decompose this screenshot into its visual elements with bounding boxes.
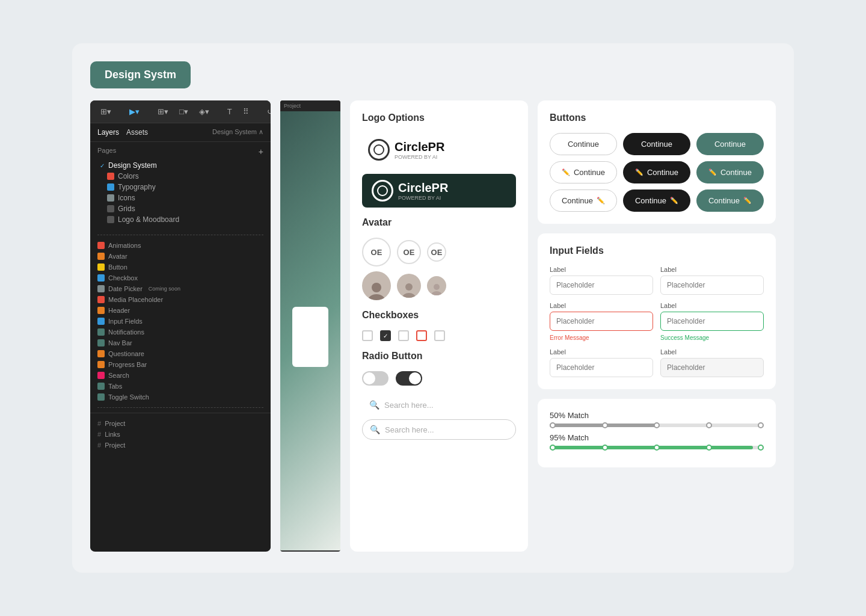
input-group-3: Label Error Message <box>550 302 653 341</box>
btn-continue-dark-1[interactable]: Continue <box>623 133 690 155</box>
button-dot <box>97 263 105 271</box>
input-label-6: Label <box>660 348 764 356</box>
input-field-3[interactable] <box>550 312 653 331</box>
layer-media[interactable]: Media Placeholder <box>90 294 271 305</box>
svg-point-2 <box>405 283 413 291</box>
avatar-title: Avatar <box>362 217 516 228</box>
layer-progressbar[interactable]: Progress Bar <box>90 359 271 370</box>
input-field-4[interactable] <box>660 312 764 331</box>
page-item-icons[interactable]: Icons <box>97 192 263 203</box>
layer-inputs[interactable]: Input Fields <box>90 316 271 327</box>
tab-assets[interactable]: Assets <box>126 128 148 137</box>
buttons-grid: Continue Continue Continue ✏️Continue ✏️… <box>550 133 764 212</box>
layer-button[interactable]: Button <box>90 262 271 273</box>
bottom-page-links[interactable]: # Links <box>97 429 263 440</box>
input-field-1[interactable] <box>550 276 653 295</box>
btn-continue-light-3[interactable]: Continue ✏️ <box>550 189 617 212</box>
header-dot <box>97 307 105 314</box>
input-label-1: Label <box>550 266 653 273</box>
checkbox-empty-3[interactable] <box>434 330 445 341</box>
page-item-design-system[interactable]: ✓ Design System <box>97 160 263 171</box>
inputs-title: Input Fields <box>550 245 764 256</box>
layer-animations[interactable]: Animations <box>90 240 271 251</box>
page-item-colors[interactable]: Colors <box>97 171 263 182</box>
checkbox-red[interactable] <box>416 330 427 341</box>
input-label-2: Label <box>660 266 764 273</box>
search-bar-light[interactable]: 🔍 Search here... <box>362 395 516 414</box>
toolbar-icon-rotate[interactable]: ↺ <box>264 105 271 118</box>
pen-icon-6: ✏️ <box>743 197 752 205</box>
input-field-5[interactable] <box>550 358 653 377</box>
layers-panel: Layers Assets Design System ∧ Pages + ✓ … <box>90 123 271 550</box>
layer-navbar[interactable]: Nav Bar <box>90 337 271 348</box>
bottom-pages: # Project # Links # Project <box>90 413 271 455</box>
left-panel: ⊞▾ ▶▾ ⊞▾ □▾ ◈▾ T ⠿ ↺ ○ Layers Assets Des… <box>90 100 271 552</box>
design-system-label[interactable]: Design System ∧ <box>212 128 263 137</box>
checkboxes-title: Checkboxes <box>362 310 516 321</box>
checkbox-filled[interactable]: ✓ <box>380 330 391 341</box>
btn-continue-teal-2[interactable]: ✏️Continue <box>696 161 764 183</box>
pages-section: Pages + ✓ Design System Colors Typograph… <box>90 142 271 230</box>
toolbar-icon-text[interactable]: T <box>224 105 235 118</box>
btn-continue-dark-3[interactable]: Continue ✏️ <box>623 189 690 212</box>
coming-soon-badge: Coming soon <box>149 286 180 292</box>
match-dots-50 <box>550 422 764 428</box>
layer-header[interactable]: Header <box>90 305 271 316</box>
btn-continue-teal-1[interactable]: Continue <box>696 133 764 155</box>
layer-datepicker[interactable]: Date Picker Coming soon <box>90 283 271 294</box>
right-panels: Buttons Continue Continue Continue ✏️Con… <box>538 100 776 552</box>
dot-1 <box>550 422 556 428</box>
preview-panel: Project <box>280 100 340 552</box>
toolbar-icon-dots[interactable]: ⠿ <box>240 105 252 118</box>
toolbar-icon-rect[interactable]: □▾ <box>176 105 191 118</box>
toggle-on[interactable] <box>396 371 422 386</box>
input-group-2: Label <box>660 266 764 295</box>
layer-tabs[interactable]: Tabs <box>90 381 271 392</box>
pages-add-btn[interactable]: + <box>259 147 263 156</box>
dot-g1 <box>550 445 556 451</box>
btn-continue-light-2[interactable]: ✏️Continue <box>550 161 617 183</box>
page-item-typography[interactable]: Typography <box>97 182 263 192</box>
btn-continue-light-1[interactable]: Continue <box>550 133 617 155</box>
avatar-dot <box>97 253 105 260</box>
toggle-off[interactable] <box>362 371 388 386</box>
match-label-50: 50% Match <box>550 411 764 420</box>
layer-notifications[interactable]: Notifications <box>90 327 271 337</box>
logo-text-light: CirclePR POWERED BY AI <box>395 140 444 160</box>
btn-continue-dark-2[interactable]: ✏️Continue <box>623 161 690 183</box>
input-group-5: Label <box>550 348 653 377</box>
search-bar-outlined[interactable]: 🔍 Search here... <box>362 419 516 440</box>
dot-4 <box>706 422 712 428</box>
design-system-badge: Design Systm <box>90 61 191 88</box>
bottom-page-project2[interactable]: # Project <box>97 440 263 451</box>
layer-toggle[interactable]: Toggle Switch <box>90 392 271 402</box>
toolbar-icon-pointer[interactable]: ▶▾ <box>126 105 143 118</box>
svg-point-4 <box>434 284 440 290</box>
input-field-2[interactable] <box>660 276 764 295</box>
tab-layers[interactable]: Layers <box>97 128 119 137</box>
layer-avatar[interactable]: Avatar <box>90 251 271 262</box>
toolbar-icon-grid[interactable]: ⊞▾ <box>97 105 114 118</box>
checkbox-empty-2[interactable] <box>398 330 409 341</box>
toggle-knob-off <box>363 372 375 384</box>
prog-dot <box>97 361 105 368</box>
page-item-logo[interactable]: Logo & Moodboard <box>97 214 263 225</box>
dot-g4 <box>706 445 712 451</box>
bottom-page-project1[interactable]: # Project <box>97 418 263 429</box>
input-group-4: Label Success Message <box>660 302 764 341</box>
avatar-row-2 <box>362 271 516 300</box>
btn-continue-teal-3[interactable]: Continue ✏️ <box>696 189 764 212</box>
checkbox-empty[interactable] <box>362 330 373 341</box>
search-placeholder-light: Search here... <box>384 401 434 410</box>
checkboxes-section: Checkboxes ✓ <box>362 310 516 341</box>
buttons-title: Buttons <box>550 112 764 123</box>
avatar-row-1: OE OE OE <box>362 238 516 266</box>
layer-checkbox[interactable]: Checkbox <box>90 273 271 283</box>
page-item-grids[interactable]: Grids <box>97 203 263 214</box>
layer-search[interactable]: Search <box>90 370 271 381</box>
toolbar-icon-frame[interactable]: ⊞▾ <box>155 105 171 118</box>
logo-container: CirclePR POWERED BY AI CirclePR POWERED … <box>362 133 516 208</box>
hash-icon-3: # <box>97 442 101 449</box>
toolbar-icon-pen[interactable]: ◈▾ <box>196 105 212 118</box>
layer-questionare[interactable]: Questionare <box>90 348 271 359</box>
